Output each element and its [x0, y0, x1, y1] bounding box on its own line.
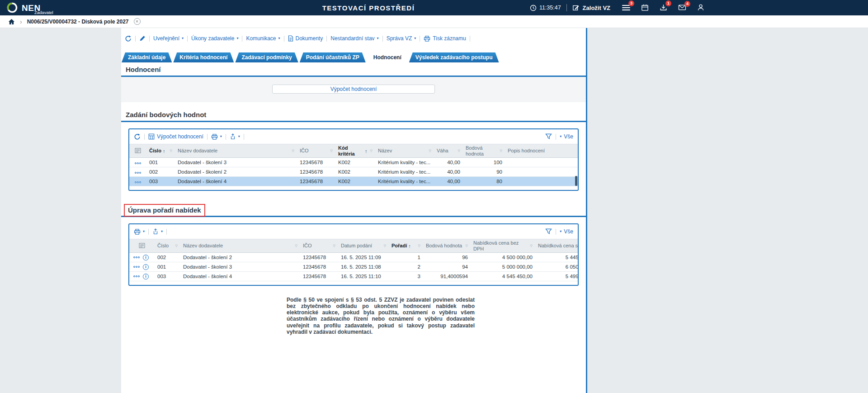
- vertical-scrollbar-thumb[interactable]: [575, 176, 577, 186]
- menu-ukony-zadavatele[interactable]: Úkony zadavatele▾: [191, 35, 238, 42]
- table-row[interactable]: 001 Dodavatel - školení 3 12345678 K002 …: [129, 158, 578, 167]
- row-menu-icon[interactable]: [135, 181, 141, 183]
- menu-uverejneni[interactable]: Uveřejnění▾: [153, 35, 184, 42]
- cell-dodavatel: Dodavatel - školení 4: [175, 177, 297, 186]
- section-divider: [121, 121, 586, 122]
- cell-cena-bez-dph: 4 545 450,00: [471, 272, 535, 281]
- chevron-down-icon: ▾: [278, 37, 280, 40]
- cell-cislo: 001: [155, 262, 180, 272]
- column-header-cislo[interactable]: Číslo▽: [155, 239, 180, 253]
- filter-caret-icon[interactable]: ▽: [295, 244, 297, 248]
- edit-record-button[interactable]: [139, 35, 146, 42]
- column-header-nazev-dodavatele[interactable]: Název dodavatele▽: [175, 144, 297, 158]
- downloads-button[interactable]: 1: [660, 4, 667, 11]
- column-header-vaha[interactable]: Váha▽: [434, 144, 463, 158]
- column-header-cena-bez-dph[interactable]: Nabídková cena bez DPH▽: [471, 239, 535, 253]
- row-menu-icon[interactable]: [133, 256, 140, 258]
- info-icon[interactable]: i: [143, 264, 149, 270]
- filter-caret-icon[interactable]: ▽: [292, 149, 294, 153]
- tab-vysledek-zadavaciho-postupu[interactable]: Výsledek zadávacího postupu: [409, 52, 499, 62]
- filter-caret-icon[interactable]: ▽: [370, 149, 373, 153]
- filter-caret-icon[interactable]: ▽: [418, 244, 420, 248]
- cell-cislo: 003: [146, 177, 175, 186]
- menu-komunikace[interactable]: Komunikace▾: [246, 35, 280, 42]
- column-header-kod-kriteria[interactable]: Kód kritéria↑▽: [335, 144, 375, 158]
- menu-nestandardni-stav[interactable]: Nestandardní stav▾: [330, 35, 378, 42]
- tab-hodnoceni[interactable]: Hodnocení: [367, 52, 408, 62]
- filter-caret-icon[interactable]: ▽: [170, 149, 172, 153]
- menu-dokumenty[interactable]: Dokumenty: [288, 35, 323, 42]
- cell-datum-podani: 16. 5. 2025 11:09: [338, 253, 389, 262]
- column-header-nazev-dodavatele[interactable]: Název dodavatele▽: [180, 239, 300, 253]
- grid2-export-button[interactable]: ▾: [152, 228, 163, 235]
- filter-caret-icon[interactable]: ▽: [330, 149, 333, 153]
- info-icon[interactable]: i: [143, 274, 149, 279]
- filter-caret-icon[interactable]: ▽: [384, 244, 386, 248]
- grid1-export-button[interactable]: ▾: [230, 133, 240, 140]
- table-row[interactable]: i 002 Dodavatel - školení 2 12345678 16.…: [129, 253, 578, 262]
- vypocet-hodnoceni-button[interactable]: Výpočet hodnocení: [272, 85, 435, 94]
- breadcrumb: › N006/25/V00004732 - Disková pole 2027 …: [0, 15, 868, 28]
- tab-zakladni-udaje[interactable]: Základní údaje: [122, 52, 172, 62]
- tab-kriteria-hodnoceni[interactable]: Kritéria hodnocení: [173, 52, 234, 62]
- column-header-ico[interactable]: IČO▽: [297, 144, 335, 158]
- grid1-print-button[interactable]: ▾: [211, 134, 222, 140]
- cell-cena-s-dph: 5 499 994,50: [535, 272, 578, 281]
- info-icon[interactable]: i: [143, 255, 149, 260]
- main-menu-button[interactable]: 3: [622, 4, 630, 12]
- table-row[interactable]: 002 Dodavatel - školení 2 12345678 K002 …: [129, 167, 578, 177]
- column-header-bodova-hodnota[interactable]: Bodová hodnota▽: [423, 239, 471, 253]
- column-header-bodova-hodnota[interactable]: Bodová hodnota▽: [463, 144, 505, 158]
- grid1-select-header[interactable]: [129, 144, 146, 158]
- tab-bar: Základní údaje Kritéria hodnocení Zadáva…: [121, 52, 586, 62]
- cell-nazev: Kritérium kvality - tec...: [375, 158, 434, 167]
- grid2-vse-button[interactable]: ▾ Vše: [560, 228, 573, 235]
- bodove-hodnoty-table: Číslo↑▽ Název dodavatele▽ IČO▽ Kód krité…: [129, 144, 578, 186]
- row-menu-icon[interactable]: [135, 172, 141, 174]
- row-menu-icon[interactable]: [133, 266, 140, 268]
- filter-caret-icon[interactable]: ▽: [458, 149, 460, 153]
- column-header-ico[interactable]: IČO▽: [300, 239, 338, 253]
- user-button[interactable]: [697, 4, 704, 11]
- grid2-select-header[interactable]: [129, 239, 155, 253]
- row-menu-icon[interactable]: [133, 275, 140, 277]
- filter-caret-icon[interactable]: ▽: [530, 244, 533, 248]
- tab-zadavaci-podminky[interactable]: Zadávací podmínky: [235, 52, 298, 62]
- grid1-vse-button[interactable]: ▾ Vše: [560, 133, 573, 140]
- cell-dodavatel: Dodavatel - školení 3: [175, 158, 297, 167]
- column-header-poradi[interactable]: Pořadí↑▽: [389, 239, 423, 253]
- home-icon[interactable]: [8, 19, 15, 25]
- grid1-filter-button[interactable]: [545, 133, 552, 140]
- column-header-nazev[interactable]: Název▽: [375, 144, 434, 158]
- close-record-icon[interactable]: ×: [134, 18, 141, 25]
- column-header-datum-podani[interactable]: Datum podání▽: [338, 239, 389, 253]
- table-row[interactable]: i 001 Dodavatel - školení 3 12345678 16.…: [129, 262, 578, 272]
- chevron-down-icon: ▾: [182, 37, 184, 40]
- create-vz-button[interactable]: Založit VZ: [572, 4, 610, 11]
- table-row-selected[interactable]: 003 Dodavatel - školení 4 12345678 K002 …: [129, 177, 578, 186]
- filter-caret-icon[interactable]: ▽: [500, 149, 502, 153]
- grid2-viewport: Číslo▽ Název dodavatele▽ IČO▽ Datum podá…: [129, 239, 578, 285]
- filter-caret-icon[interactable]: ▽: [175, 244, 178, 248]
- table-row[interactable]: i 003 Dodavatel - školení 4 12345678 16.…: [129, 272, 578, 281]
- column-header-cislo[interactable]: Číslo↑▽: [146, 144, 175, 158]
- tab-podani-ucastniku-zp[interactable]: Podání účastníků ZP: [300, 52, 366, 62]
- brand-subtitle: Zadavatel: [34, 10, 53, 15]
- breadcrumb-item[interactable]: N006/25/V00004732 - Disková pole 2027: [27, 19, 129, 25]
- filter-caret-icon[interactable]: ▽: [429, 149, 431, 153]
- row-menu-icon[interactable]: [135, 162, 141, 164]
- messages-button[interactable]: 4: [678, 4, 686, 11]
- filter-caret-icon[interactable]: ▽: [333, 244, 335, 248]
- grid2-filter-button[interactable]: [545, 228, 552, 235]
- column-header-popis-hodnoceni[interactable]: Popis hodnocení: [505, 144, 578, 158]
- grid1-vypocet-button[interactable]: Výpočet hodnocení: [148, 133, 203, 140]
- chevron-down-icon: ▾: [236, 37, 238, 40]
- refresh-button[interactable]: [125, 35, 132, 42]
- calendar-button[interactable]: [641, 4, 649, 11]
- column-header-cena-s-dph[interactable]: Nabídková cena s DPH: [535, 239, 578, 253]
- filter-caret-icon[interactable]: ▽: [466, 244, 468, 248]
- menu-tisk-zaznamu[interactable]: Tisk záznamu: [424, 35, 466, 42]
- menu-sprava-vz[interactable]: Správa VZ▾: [387, 35, 416, 42]
- grid2-print-button[interactable]: ▾: [134, 229, 145, 235]
- grid1-refresh-button[interactable]: [134, 133, 141, 140]
